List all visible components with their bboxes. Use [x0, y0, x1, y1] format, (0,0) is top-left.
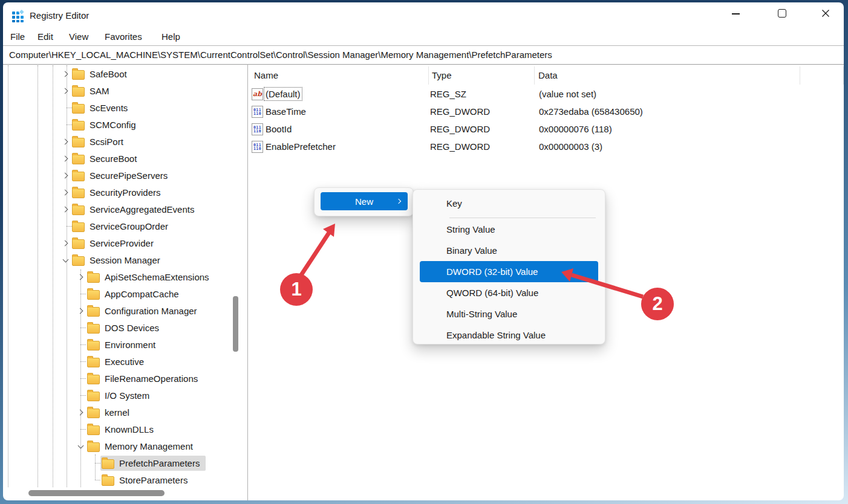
chevron-right-icon[interactable] [75, 407, 86, 418]
menu-item-string-value[interactable]: String Value [413, 219, 605, 240]
tree-item-io-system[interactable]: I/O System [0, 387, 232, 404]
column-header-data[interactable]: Data [535, 66, 800, 85]
tree-item-memory-management[interactable]: Memory Management [0, 438, 232, 454]
tree-item-session-manager[interactable]: Session Manager [0, 251, 232, 268]
chevron-right-icon[interactable] [60, 136, 71, 147]
folder-icon [87, 409, 100, 418]
menu-view[interactable]: View [69, 31, 88, 43]
tree-item-safeboot[interactable]: SafeBoot [0, 65, 232, 82]
tree-item-storeparameters[interactable]: StoreParameters [0, 471, 232, 488]
close-icon [821, 8, 830, 18]
menu-item-expandable-string-value[interactable]: Expandable String Value [413, 325, 605, 346]
tree-item-label: DOS Devices [105, 323, 159, 333]
folder-icon [72, 239, 85, 249]
submenu-chevron-icon [396, 199, 401, 204]
menu-file[interactable]: File [10, 31, 25, 43]
tree-item-apisetschemaextensions[interactable]: ApiSetSchemaExtensions [0, 268, 232, 285]
folder-icon [87, 324, 100, 334]
tree-item-label: KnownDLLs [105, 424, 154, 435]
folder-icon [72, 205, 85, 215]
tree-item-scsiport[interactable]: ScsiPort [0, 133, 232, 150]
chevron-down-icon[interactable] [60, 254, 71, 265]
tree-item-label: SafeBoot [90, 69, 127, 79]
column-header-name[interactable]: Name [249, 66, 429, 85]
tree-item-filerenameoperations[interactable]: FileRenameOperations [0, 370, 232, 387]
folder-icon [102, 476, 114, 486]
minimize-button[interactable] [732, 13, 740, 15]
chevron-right-icon[interactable] [60, 237, 71, 248]
expander-spacer [75, 373, 86, 384]
tree-item-configuration-manager[interactable]: Configuration Manager [0, 302, 232, 319]
tree-item-label: SecureBoot [90, 153, 137, 164]
tree-item-serviceaggregatedevents[interactable]: ServiceAggregatedEvents [0, 201, 232, 218]
tree-item-knowndlls[interactable]: KnownDLLs [0, 421, 232, 438]
value-row-enableprefetcher[interactable]: EnablePrefetcher REG_DWORD 0x00000003 (3… [249, 138, 844, 155]
vertical-scrollbar-thumb[interactable] [233, 296, 238, 352]
tree-item-appcompatcache[interactable]: AppCompatCache [0, 285, 232, 302]
value-type: REG_DWORD [429, 141, 535, 152]
expander-spacer [75, 288, 86, 299]
tree-item-scmconfig[interactable]: SCMConfig [0, 116, 232, 133]
tree-item-executive[interactable]: Executive [0, 353, 232, 370]
tree-item-label: FileRenameOperations [105, 373, 198, 384]
chevron-right-icon[interactable] [60, 204, 71, 215]
menu-help[interactable]: Help [161, 31, 180, 43]
value-list: (Default) REG_SZ (value not set) BaseTim… [249, 85, 844, 155]
tree-item-label: PrefetchParameters [119, 458, 200, 468]
menu-edit[interactable]: Edit [38, 31, 53, 43]
tree-item-environment[interactable]: Environment [0, 336, 232, 353]
tree-item-kernel[interactable]: kernel [0, 404, 232, 421]
column-header-type[interactable]: Type [429, 66, 535, 85]
column-header-filler [800, 66, 844, 85]
menu-item-qword-64bit-value[interactable]: QWORD (64-bit) Value [413, 282, 605, 303]
folder-icon [72, 138, 85, 147]
tree-item-sam[interactable]: SAM [0, 82, 232, 99]
tree-item-label: ScEvents [90, 103, 128, 113]
value-row-basetime[interactable]: BaseTime REG_DWORD 0x273edaba (658430650… [249, 103, 844, 120]
folder-icon [72, 104, 85, 114]
chevron-right-icon[interactable] [75, 271, 86, 282]
chevron-right-icon[interactable] [75, 305, 86, 316]
address-bar[interactable]: Computer\HKEY_LOCAL_MACHINE\SYSTEM\Curre… [3, 45, 844, 65]
value-name: BaseTime [266, 106, 306, 117]
tree-item-securepipeservers[interactable]: SecurePipeServers [0, 167, 232, 184]
tree-item-securityproviders[interactable]: SecurityProviders [0, 184, 232, 201]
expander-spacer [60, 221, 71, 231]
tree-item-scevents[interactable]: ScEvents [0, 99, 232, 116]
menu-item-new[interactable]: New [321, 192, 408, 210]
menu-item-key[interactable]: Key [413, 193, 605, 216]
panel-splitter[interactable] [247, 64, 248, 500]
expander-spacer [75, 390, 86, 401]
chevron-right-icon[interactable] [60, 153, 71, 164]
tree-item-label: ServiceProvider [90, 238, 154, 248]
horizontal-scrollbar-thumb[interactable] [28, 490, 165, 496]
menu-favorites[interactable]: Favorites [105, 31, 142, 43]
close-button[interactable] [821, 8, 830, 18]
dword-value-icon [252, 106, 263, 118]
chevron-right-icon[interactable] [60, 68, 71, 79]
tree-item-servicegrouporder[interactable]: ServiceGroupOrder [0, 218, 232, 234]
tree-item-prefetchparameters[interactable]: PrefetchParameters [0, 454, 232, 471]
chevron-right-icon[interactable] [60, 187, 71, 198]
value-row-default[interactable]: (Default) REG_SZ (value not set) [249, 85, 844, 103]
callout-2-number: 2 [652, 293, 662, 315]
tree-item-label: Session Manager [90, 255, 160, 265]
tree-item-dos-devices[interactable]: DOS Devices [0, 319, 232, 336]
folder-icon [87, 358, 100, 367]
desktop-background: Registry Editor File Edit View Favorites… [0, 0, 848, 504]
folder-icon [72, 87, 85, 97]
menu-item-dword-32bit-value[interactable]: DWORD (32-bit) Value [420, 261, 598, 282]
value-row-bootid[interactable]: BootId REG_DWORD 0x00000076 (118) [249, 120, 844, 138]
tree-item-secureboot[interactable]: SecureBoot [0, 150, 232, 167]
chevron-right-icon[interactable] [60, 170, 71, 181]
chevron-down-icon[interactable] [75, 441, 86, 451]
value-name: EnablePrefetcher [266, 141, 336, 152]
chevron-right-icon[interactable] [60, 85, 71, 96]
titlebar[interactable]: Registry Editor [3, 2, 844, 29]
menu-item-multi-string-value[interactable]: Multi-String Value [413, 303, 605, 325]
menu-item-binary-value[interactable]: Binary Value [413, 240, 605, 261]
maximize-button[interactable] [778, 9, 786, 18]
folder-icon [72, 172, 85, 181]
value-data: 0x00000076 (118) [535, 124, 844, 134]
tree-item-serviceprovider[interactable]: ServiceProvider [0, 234, 232, 251]
